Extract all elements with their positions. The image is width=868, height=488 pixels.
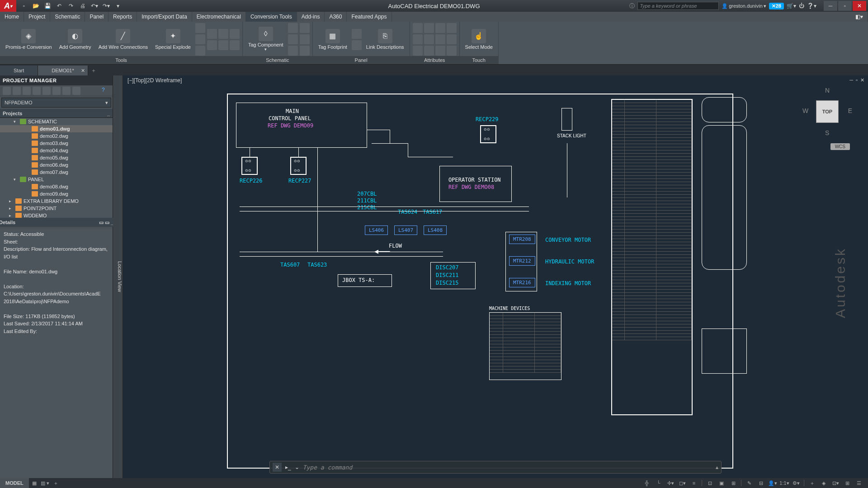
tab-schematic[interactable]: Schematic [50, 12, 85, 22]
wcs-badge[interactable]: WCS [830, 143, 850, 150]
att-1[interactable] [413, 23, 423, 33]
sb-qp-icon[interactable]: ▣ [716, 479, 727, 487]
close-button[interactable]: ✕ [853, 1, 866, 11]
minimize-button[interactable]: ─ [824, 1, 837, 11]
tree-item[interactable]: demo09.dwg [0, 190, 113, 197]
tab-panel[interactable]: Panel [85, 12, 108, 22]
sch-sm1[interactable] [288, 23, 298, 33]
sb-sc-icon[interactable]: ⊞ [728, 479, 739, 487]
sb-gear-icon[interactable]: ⚙▾ [791, 479, 802, 487]
open-icon[interactable]: 📂 [32, 2, 40, 10]
tab-reports[interactable]: Reports [108, 12, 137, 22]
link-desc-button[interactable]: ⎘Link Descriptions [363, 23, 407, 55]
att-4[interactable] [447, 23, 457, 33]
tool-g3[interactable] [230, 29, 240, 39]
new-icon[interactable]: ▫ [20, 2, 28, 10]
tab-featured[interactable]: Featured Apps [347, 12, 392, 22]
sb-osnap-icon[interactable]: ◻▾ [677, 479, 688, 487]
tool-g4[interactable] [207, 40, 217, 50]
info-icon[interactable]: ⓘ [629, 2, 635, 10]
sb-clean-icon[interactable]: ⊞ [842, 479, 853, 487]
att-10[interactable] [424, 46, 434, 56]
sb-iso-icon[interactable]: ◈ [818, 479, 829, 487]
project-combo[interactable]: NFPADEMO▾ [1, 98, 111, 108]
sb-ortho-icon[interactable]: └ [653, 479, 664, 487]
projects-header[interactable]: Projects_ [0, 109, 113, 118]
sch-sm5[interactable] [300, 34, 310, 44]
maximize-button[interactable]: ▫ [838, 1, 852, 11]
sb-qv-icon[interactable]: ⊟ [755, 479, 766, 487]
att-7[interactable] [435, 34, 445, 44]
pm-new-icon[interactable] [3, 87, 11, 95]
sb-plus-icon[interactable]: ＋ [807, 479, 817, 487]
pnl-sm2[interactable] [352, 40, 362, 50]
help-icon[interactable]: ❔▾ [807, 3, 816, 9]
add-geometry-button[interactable]: ◐Add Geometry [57, 23, 94, 55]
vc-north[interactable]: N [825, 87, 830, 94]
tree-item[interactable]: demo07.dwg [0, 169, 113, 176]
att-6[interactable] [424, 34, 434, 44]
pm-help-icon[interactable]: ? [102, 87, 110, 95]
pm-t7[interactable] [62, 87, 71, 95]
tab-project[interactable]: Project [24, 12, 50, 22]
tool-sm-3[interactable] [195, 46, 205, 56]
cmd-close-icon[interactable]: ✕ [273, 463, 282, 472]
tree-item[interactable]: ▾SCHEMATIC [0, 118, 113, 125]
sb-cust-icon[interactable]: ☰ [854, 479, 864, 487]
att-8[interactable] [447, 34, 457, 44]
att-11[interactable] [435, 46, 445, 56]
pm-open-icon[interactable] [13, 87, 21, 95]
att-9[interactable] [413, 46, 423, 56]
att-5[interactable] [413, 34, 423, 44]
sch-sm2[interactable] [288, 34, 298, 44]
tool-g6[interactable] [230, 40, 240, 50]
pm-refresh-icon[interactable] [33, 87, 41, 95]
sb-layout-icon[interactable]: ▥ ▾ [40, 479, 51, 487]
exchange-icon[interactable]: 🛒▾ [787, 3, 796, 9]
tool-sm-1[interactable] [195, 23, 205, 33]
print-icon[interactable]: 🖨 [79, 2, 87, 10]
tool-g5[interactable] [218, 40, 228, 50]
pm-t8[interactable] [72, 87, 80, 95]
location-view-tab[interactable]: Location View [113, 75, 123, 478]
promise-button[interactable]: ◈Promis-e Conversion [3, 23, 55, 55]
tab-home[interactable]: Home [0, 12, 24, 22]
tool-g2[interactable] [218, 29, 228, 39]
tab-import-export[interactable]: Import/Export Data [137, 12, 192, 22]
tab-conversion[interactable]: Conversion Tools [246, 12, 297, 22]
cmd-recent-icon[interactable]: ⌄ [295, 464, 299, 470]
doc-tab-demo01[interactable]: DEMO01*✕ [38, 66, 88, 75]
stay-connected-icon[interactable]: ⏻ [799, 3, 804, 9]
sb-ws-icon[interactable]: 👤▾ [767, 479, 778, 487]
qat-more-icon[interactable]: ▾ [114, 2, 122, 10]
tree-item[interactable]: demo02.dwg [0, 132, 113, 140]
att-2[interactable] [424, 23, 434, 33]
tab-electromech[interactable]: Electromechanical [192, 12, 246, 22]
tool-sm-2[interactable] [195, 34, 205, 44]
sch-sm3[interactable] [288, 46, 298, 56]
sch-sm6[interactable] [300, 46, 310, 56]
pm-t5[interactable] [42, 87, 51, 95]
redo2-icon[interactable]: ↷▾ [102, 2, 110, 10]
search-input[interactable]: Type a keyword or phrase [637, 2, 719, 10]
vc-south[interactable]: S [825, 129, 829, 136]
tool-g1[interactable] [207, 29, 217, 39]
sb-ratio[interactable]: 1:1▾ [779, 479, 790, 487]
tag-component-button[interactable]: ◊Tag Component▾ [245, 23, 286, 55]
pnl-sm1[interactable] [352, 29, 362, 39]
sb-grid-icon[interactable]: ▦ [29, 479, 40, 487]
close-tab-icon[interactable]: ✕ [81, 68, 85, 74]
sch-sm4[interactable] [300, 23, 310, 33]
tree-item[interactable]: demo08.dwg [0, 183, 113, 190]
notification-badge[interactable]: ✕28 [769, 3, 784, 9]
undo-icon[interactable]: ↶ [55, 2, 63, 10]
command-input[interactable]: Type a command [303, 464, 716, 471]
tree-item[interactable]: demo06.dwg [0, 161, 113, 169]
tab-addins[interactable]: Add-ins [297, 12, 325, 22]
add-wire-button[interactable]: ╱Add Wire Connections [96, 23, 151, 55]
tree-item[interactable]: demo03.dwg [0, 140, 113, 147]
att-3[interactable] [435, 23, 445, 33]
sb-ann-icon[interactable]: ✎ [744, 479, 755, 487]
att-12[interactable] [447, 46, 457, 56]
viewcube[interactable]: N S E W TOP [800, 84, 854, 139]
